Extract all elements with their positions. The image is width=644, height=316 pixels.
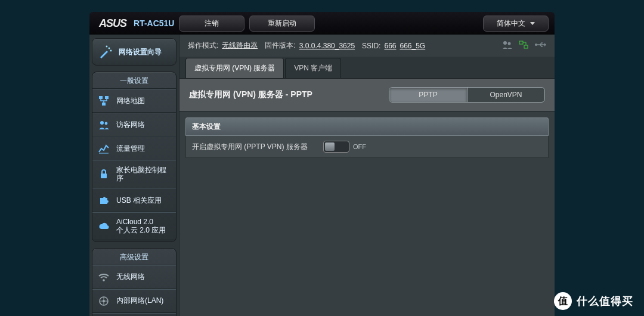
tab-vpn-client[interactable]: VPN 客户端 xyxy=(285,58,341,78)
traffic-icon xyxy=(97,142,110,155)
language-selector[interactable]: 简体中文 xyxy=(483,16,549,32)
guest-network-icon xyxy=(97,118,110,131)
network-map-icon xyxy=(97,94,110,107)
status-bar: 操作模式: 无线路由器 固件版本: 3.0.0.4.380_3625 SSID:… xyxy=(179,35,555,57)
svg-rect-21 xyxy=(524,45,528,48)
sidebar-item-lan[interactable]: 内部网络(LAN) xyxy=(92,289,176,313)
content-area: 操作模式: 无线路由器 固件版本: 3.0.0.4.380_3625 SSID:… xyxy=(179,35,555,316)
svg-point-6 xyxy=(100,121,104,125)
usb-icon[interactable] xyxy=(534,41,546,50)
svg-rect-4 xyxy=(105,96,109,99)
vpn-type-toggle: PPTP OpenVPN xyxy=(389,87,545,103)
vpn-tabs: 虚拟专用网 (VPN) 服务器 VPN 客户端 xyxy=(179,57,555,79)
sidebar-item-label: USB 相关应用 xyxy=(116,196,162,205)
svg-rect-20 xyxy=(519,41,523,44)
sidebar-item-usb-app[interactable]: USB 相关应用 xyxy=(92,188,176,212)
ssid1-link[interactable]: 666 xyxy=(384,42,396,50)
lan-icon xyxy=(97,295,110,308)
general-settings-panel: 一般设置 网络地图 访客网络 流量 xyxy=(92,72,177,242)
sidebar-item-label: 流量管理 xyxy=(116,144,145,153)
logout-button[interactable]: 注销 xyxy=(179,16,244,32)
language-label: 简体中文 xyxy=(497,18,525,29)
switch-knob xyxy=(325,142,335,151)
general-settings-title: 一般设置 xyxy=(92,72,176,89)
page-title: 虚拟专用网 (VPN) 服务器 - PPTP xyxy=(189,89,312,100)
svg-rect-9 xyxy=(101,174,107,178)
cloud-icon xyxy=(97,219,110,233)
sidebar-item-label: 网络地图 xyxy=(116,97,145,105)
mode-label: 操作模式: xyxy=(188,41,218,51)
enable-pptp-label: 开启虚拟专用网 (PPTP VPN) 服务器 xyxy=(192,142,323,152)
page-header: 虚拟专用网 (VPN) 服务器 - PPTP PPTP OpenVPN xyxy=(179,79,555,111)
svg-point-22 xyxy=(535,44,537,46)
toggle-openvpn[interactable]: OpenVPN xyxy=(467,88,544,102)
watermark: 值 什么值得买 xyxy=(554,292,633,310)
sidebar-item-guest-network[interactable]: 访客网络 xyxy=(92,113,176,137)
svg-point-7 xyxy=(105,122,108,125)
sidebar-item-traffic-manager[interactable]: 流量管理 xyxy=(92,137,176,160)
sidebar: 网络设置向导 一般设置 网络地图 访客网络 xyxy=(89,35,179,316)
link-icon[interactable] xyxy=(519,41,528,51)
sidebar-item-parental-control[interactable]: 家长电脑控制程序 xyxy=(92,160,176,188)
lock-icon xyxy=(97,168,110,181)
sidebar-item-wireless[interactable]: 无线网络 xyxy=(92,265,176,289)
ssid-label: SSID: xyxy=(362,42,380,50)
sidebar-item-label: 内部网络(LAN) xyxy=(116,296,163,305)
wifi-icon xyxy=(97,271,110,284)
top-bar: ASUS RT-AC51U 注销 重新启动 简体中文 xyxy=(89,12,555,35)
svg-point-10 xyxy=(103,279,105,281)
sidebar-item-aicloud[interactable]: AiCloud 2.0 个人云 2.0 应用 xyxy=(92,212,176,240)
sidebar-item-label: 家长电脑控制程序 xyxy=(116,166,171,183)
tab-vpn-server[interactable]: 虚拟专用网 (VPN) 服务器 xyxy=(185,58,284,78)
mode-link[interactable]: 无线路由器 xyxy=(222,41,258,51)
svg-point-19 xyxy=(508,42,511,45)
firmware-label: 固件版本: xyxy=(265,41,295,51)
firmware-link[interactable]: 3.0.0.4.380_3625 xyxy=(299,42,355,50)
svg-marker-24 xyxy=(544,43,546,47)
brand-logo: ASUS xyxy=(95,17,129,30)
watermark-text: 什么值得买 xyxy=(577,294,633,308)
reboot-button[interactable]: 重新启动 xyxy=(249,16,315,32)
model-name: RT-AC51U xyxy=(134,18,174,28)
quick-setup-wizard[interactable]: 网络设置向导 xyxy=(92,38,177,66)
enable-pptp-switch[interactable] xyxy=(323,141,349,153)
advanced-settings-title: 高级设置 xyxy=(92,249,176,265)
wand-icon xyxy=(97,44,114,60)
clients-icon[interactable] xyxy=(502,41,513,51)
basic-settings-section: 基本设置 开启虚拟专用网 (PPTP VPN) 服务器 OFF xyxy=(185,117,549,158)
svg-point-2 xyxy=(110,50,112,52)
svg-point-18 xyxy=(503,41,507,45)
sidebar-item-label: AiCloud 2.0 个人云 2.0 应用 xyxy=(116,218,166,235)
enable-pptp-row: 开启虚拟专用网 (PPTP VPN) 服务器 OFF xyxy=(185,136,549,158)
sidebar-item-network-map[interactable]: 网络地图 xyxy=(92,89,176,113)
sidebar-item-label: 访客网络 xyxy=(116,120,145,129)
switch-state-label: OFF xyxy=(353,143,366,150)
sidebar-item-wan[interactable]: 外部网络(WAN) xyxy=(92,313,176,316)
advanced-settings-panel: 高级设置 无线网络 内部网络(LAN) xyxy=(92,248,177,316)
svg-point-0 xyxy=(109,48,110,49)
svg-point-1 xyxy=(106,46,108,48)
puzzle-icon xyxy=(97,194,110,207)
section-title-basic: 基本设置 xyxy=(185,117,549,136)
svg-rect-3 xyxy=(99,96,103,99)
chevron-down-icon xyxy=(530,22,535,25)
sidebar-item-label: 无线网络 xyxy=(116,272,145,281)
toggle-pptp[interactable]: PPTP xyxy=(389,88,467,102)
ssid2-link[interactable]: 666_5G xyxy=(400,42,425,50)
wizard-label: 网络设置向导 xyxy=(119,47,162,57)
svg-rect-5 xyxy=(102,103,106,106)
watermark-badge-icon: 值 xyxy=(554,292,572,310)
